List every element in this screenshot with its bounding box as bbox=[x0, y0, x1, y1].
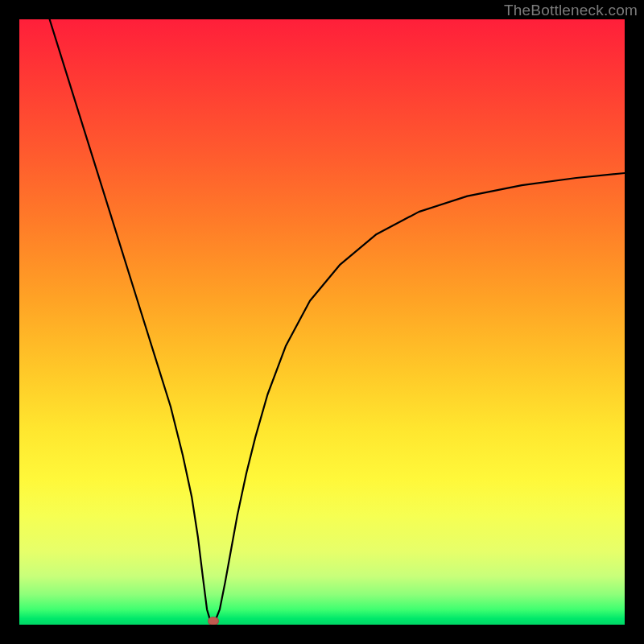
watermark-text: TheBottleneck.com bbox=[504, 2, 638, 19]
chart-frame: TheBottleneck.com bbox=[0, 0, 644, 644]
plot-area bbox=[19, 19, 625, 625]
bottleneck-curve bbox=[19, 19, 625, 625]
optimal-point-marker bbox=[208, 617, 219, 625]
